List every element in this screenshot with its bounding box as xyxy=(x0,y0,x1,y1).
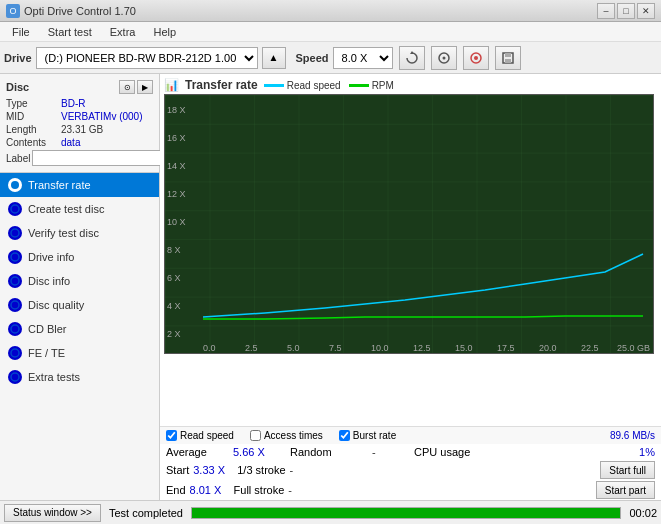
eject-button[interactable]: ▲ xyxy=(262,47,286,69)
drive-select[interactable]: (D:) PIONEER BD-RW BDR-212D 1.00 xyxy=(36,47,258,69)
svg-point-14 xyxy=(11,325,19,333)
status-window-button[interactable]: Status window >> xyxy=(4,504,101,522)
menu-bar: File Start test Extra Help xyxy=(0,22,661,42)
type-value: BD-R xyxy=(61,98,85,109)
access-times-checkbox[interactable] xyxy=(250,430,261,441)
nav-verify-test-disc[interactable]: Verify test disc xyxy=(0,221,159,245)
svg-text:2.5: 2.5 xyxy=(245,343,258,353)
refresh-button[interactable] xyxy=(399,46,425,70)
full-stroke-value: - xyxy=(288,484,318,496)
menu-file[interactable]: File xyxy=(4,24,38,40)
nav-fe-te[interactable]: FE / TE xyxy=(0,341,159,365)
svg-text:12.5: 12.5 xyxy=(413,343,431,353)
svg-text:22.5: 22.5 xyxy=(581,343,599,353)
minimize-button[interactable]: – xyxy=(597,3,615,19)
nav-disc-info-label: Disc info xyxy=(28,275,70,287)
nav-disc-quality-label: Disc quality xyxy=(28,299,84,311)
svg-text:15.0: 15.0 xyxy=(455,343,473,353)
burn-button[interactable] xyxy=(463,46,489,70)
svg-point-15 xyxy=(11,349,19,357)
nav-drive-info[interactable]: Drive info xyxy=(0,245,159,269)
nav-disc-quality[interactable]: Disc quality xyxy=(0,293,159,317)
svg-text:20.0: 20.0 xyxy=(539,343,557,353)
svg-point-4 xyxy=(474,56,478,60)
disc-info-panel: Disc ⊙ ▶ Type BD-R MID VERBATIMv (000) L… xyxy=(0,74,159,173)
progress-bar-fill xyxy=(192,508,621,518)
label-label: Label xyxy=(6,153,30,164)
nav-create-test-disc[interactable]: Create test disc xyxy=(0,197,159,221)
type-label: Type xyxy=(6,98,61,109)
nav-verify-test-disc-label: Verify test disc xyxy=(28,227,99,239)
menu-start-test[interactable]: Start test xyxy=(40,24,100,40)
disc-icon-1[interactable]: ⊙ xyxy=(119,80,135,94)
svg-rect-7 xyxy=(505,59,511,63)
status-text: Test completed xyxy=(109,507,183,519)
svg-point-13 xyxy=(11,301,19,309)
menu-extra[interactable]: Extra xyxy=(102,24,144,40)
nav-extra-tests[interactable]: Extra tests xyxy=(0,365,159,389)
nav-disc-info[interactable]: Disc info xyxy=(0,269,159,293)
maximize-button[interactable]: □ xyxy=(617,3,635,19)
speed-select[interactable]: 8.0 X xyxy=(333,47,393,69)
svg-point-16 xyxy=(11,373,19,381)
svg-text:10 X: 10 X xyxy=(167,217,186,227)
length-label: Length xyxy=(6,124,61,135)
start-stat-value: 3.33 X xyxy=(193,464,233,476)
svg-point-10 xyxy=(11,229,19,237)
start-stat-label: Start xyxy=(166,464,189,476)
nav-list: Transfer rate Create test disc Verify te… xyxy=(0,173,159,500)
svg-text:7.5: 7.5 xyxy=(329,343,342,353)
fe-te-icon xyxy=(8,346,22,360)
svg-text:6 X: 6 X xyxy=(167,273,181,283)
title-bar-left: O Opti Drive Control 1.70 xyxy=(6,4,136,18)
svg-point-11 xyxy=(11,253,19,261)
status-bar: Status window >> Test completed 00:02 xyxy=(0,500,661,524)
save-button[interactable] xyxy=(495,46,521,70)
nav-transfer-rate[interactable]: Transfer rate xyxy=(0,173,159,197)
stroke-1-3-label: 1/3 stroke xyxy=(237,464,285,476)
nav-cd-bler-label: CD Bler xyxy=(28,323,67,335)
random-value: - xyxy=(372,446,412,458)
read-speed-checkbox-item: Read speed xyxy=(166,430,234,441)
cpu-usage-label: CPU usage xyxy=(414,446,504,458)
mid-value: VERBATIMv (000) xyxy=(61,111,143,122)
drive-info-icon xyxy=(8,250,22,264)
extra-tests-icon xyxy=(8,370,22,384)
cd-bler-icon xyxy=(8,322,22,336)
burst-rate-checkbox[interactable] xyxy=(339,430,350,441)
read-speed-checkbox-label: Read speed xyxy=(180,430,234,441)
progress-bar-container xyxy=(191,507,622,519)
legend-rpm-label: RPM xyxy=(372,80,394,91)
label-input[interactable] xyxy=(32,150,161,166)
menu-help[interactable]: Help xyxy=(145,24,184,40)
create-test-disc-icon xyxy=(8,202,22,216)
start-full-button[interactable]: Start full xyxy=(600,461,655,479)
burst-rate-value: 89.6 MB/s xyxy=(610,430,655,441)
disc-button[interactable] xyxy=(431,46,457,70)
start-part-button[interactable]: Start part xyxy=(596,481,655,499)
main-area: Disc ⊙ ▶ Type BD-R MID VERBATIMv (000) L… xyxy=(0,74,661,500)
chart-title-bar: 📊 Transfer rate Read speed RPM xyxy=(164,78,657,92)
legend-rpm: RPM xyxy=(349,80,394,91)
svg-text:25.0 GB: 25.0 GB xyxy=(617,343,650,353)
legend-read-speed-label: Read speed xyxy=(287,80,341,91)
svg-text:8 X: 8 X xyxy=(167,245,181,255)
svg-text:14 X: 14 X xyxy=(167,161,186,171)
average-label: Average xyxy=(166,446,231,458)
svg-text:12 X: 12 X xyxy=(167,189,186,199)
close-button[interactable]: ✕ xyxy=(637,3,655,19)
transfer-rate-icon xyxy=(8,178,22,192)
nav-extra-tests-label: Extra tests xyxy=(28,371,80,383)
svg-rect-6 xyxy=(505,53,511,57)
svg-text:18 X: 18 X xyxy=(167,105,186,115)
disc-icon-2[interactable]: ▶ xyxy=(137,80,153,94)
sidebar: Disc ⊙ ▶ Type BD-R MID VERBATIMv (000) L… xyxy=(0,74,160,500)
app-icon: O xyxy=(6,4,20,18)
stats-row-2: Start 3.33 X 1/3 stroke - Start full xyxy=(160,460,661,480)
nav-cd-bler[interactable]: CD Bler xyxy=(0,317,159,341)
stroke-1-3-value: - xyxy=(290,464,320,476)
chart-container: 📊 Transfer rate Read speed RPM xyxy=(160,74,661,426)
chart-legend: Read speed RPM xyxy=(264,80,394,91)
read-speed-checkbox[interactable] xyxy=(166,430,177,441)
verify-test-disc-icon xyxy=(8,226,22,240)
